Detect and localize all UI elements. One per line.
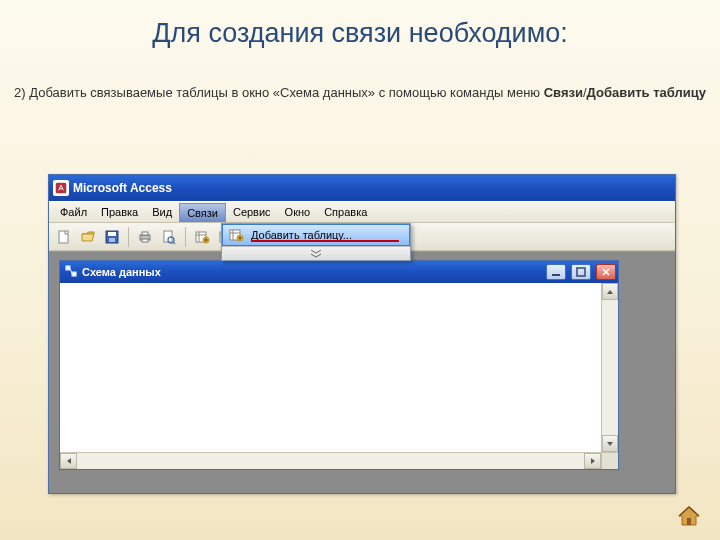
save-button[interactable]	[101, 226, 123, 248]
scroll-v-track[interactable]	[602, 300, 618, 435]
menubar: Файл Правка Вид Связи Сервис Окно Справк…	[49, 201, 675, 223]
svg-rect-31	[66, 266, 70, 270]
schema-size-grip[interactable]	[601, 452, 618, 469]
svg-rect-34	[552, 274, 560, 276]
add-table-icon	[227, 226, 245, 244]
add-table-button[interactable]	[191, 226, 213, 248]
svg-rect-4	[109, 238, 115, 242]
workspace: Схема данных	[49, 251, 675, 493]
open-button[interactable]	[77, 226, 99, 248]
new-button[interactable]	[53, 226, 75, 248]
dropdown-add-table[interactable]: Добавить таблицу...	[222, 224, 410, 246]
svg-rect-35	[577, 268, 585, 276]
svg-rect-36	[687, 518, 691, 525]
schema-close-button[interactable]	[596, 264, 616, 280]
schema-window-icon	[64, 264, 78, 280]
schema-minimize-button[interactable]	[546, 264, 566, 280]
svg-rect-3	[108, 232, 116, 236]
preview-button[interactable]	[158, 226, 180, 248]
access-window: Microsoft Access Файл Правка Вид Связи С…	[48, 174, 676, 494]
scroll-down[interactable]	[602, 435, 618, 452]
svg-rect-32	[72, 272, 76, 276]
schema-titlebar: Схема данных	[60, 261, 618, 283]
schema-scroll-v[interactable]	[601, 283, 618, 452]
scroll-h-track[interactable]	[77, 453, 584, 469]
svg-rect-7	[142, 239, 148, 242]
highlight-underline	[251, 240, 399, 242]
menu-edit[interactable]: Правка	[94, 202, 145, 222]
home-icon[interactable]	[676, 504, 702, 528]
menu-relations[interactable]: Связи	[179, 203, 226, 222]
access-app-icon	[53, 180, 69, 196]
slide-heading: Для создания связи необходимо:	[0, 0, 720, 49]
schema-maximize-button[interactable]	[571, 264, 591, 280]
svg-rect-6	[142, 232, 148, 235]
scroll-right[interactable]	[584, 453, 601, 469]
dropdown-expand[interactable]	[222, 246, 410, 260]
sub-bold-1: Связи	[544, 85, 583, 100]
print-button[interactable]	[134, 226, 156, 248]
relations-dropdown: Добавить таблицу...	[221, 223, 411, 261]
menu-window[interactable]: Окно	[278, 202, 318, 222]
slide-subheading: 2) Добавить связываемые таблицы в окно «…	[0, 84, 720, 103]
scroll-left[interactable]	[60, 453, 77, 469]
menu-view[interactable]: Вид	[145, 202, 179, 222]
menu-file[interactable]: Файл	[53, 202, 94, 222]
schema-window: Схема данных	[59, 260, 619, 470]
svg-line-33	[70, 268, 72, 273]
toolbar-sep-1	[128, 227, 129, 247]
app-title: Microsoft Access	[73, 181, 172, 195]
menu-help[interactable]: Справка	[317, 202, 374, 222]
scroll-up[interactable]	[602, 283, 618, 300]
sub-bold-2: Добавить таблицу	[587, 85, 706, 100]
sub-text: 2) Добавить связываемые таблицы в окно «…	[14, 85, 544, 100]
svg-line-10	[173, 242, 175, 244]
menu-service[interactable]: Сервис	[226, 202, 278, 222]
schema-title-text: Схема данных	[82, 266, 161, 278]
schema-canvas[interactable]	[60, 283, 601, 469]
toolbar-sep-2	[185, 227, 186, 247]
app-titlebar: Microsoft Access	[49, 175, 675, 201]
schema-scroll-h[interactable]	[60, 452, 601, 469]
